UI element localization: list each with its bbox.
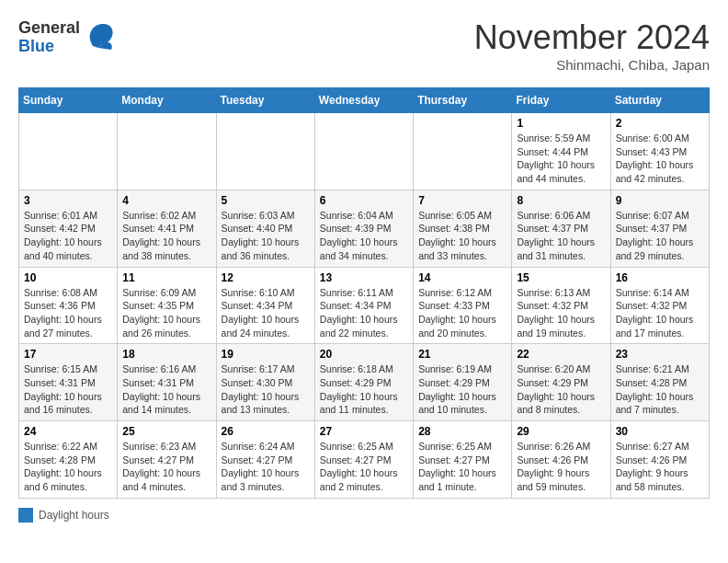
calendar-cell: 26Sunrise: 6:24 AMSunset: 4:27 PMDayligh… xyxy=(216,421,314,499)
day-info: Sunrise: 6:01 AMSunset: 4:42 PMDaylight:… xyxy=(24,209,112,263)
day-number: 27 xyxy=(320,425,408,438)
day-number: 13 xyxy=(320,271,408,284)
page-header: General Blue November 2024 Shinmachi, Ch… xyxy=(18,18,710,73)
day-number: 3 xyxy=(24,194,112,207)
day-number: 1 xyxy=(517,117,605,130)
day-number: 7 xyxy=(418,194,506,207)
day-info: Sunrise: 6:25 AMSunset: 4:27 PMDaylight:… xyxy=(320,440,408,494)
calendar-cell: 28Sunrise: 6:25 AMSunset: 4:27 PMDayligh… xyxy=(414,421,512,499)
day-number: 22 xyxy=(517,348,605,361)
calendar-cell: 14Sunrise: 6:12 AMSunset: 4:33 PMDayligh… xyxy=(414,267,512,344)
day-info: Sunrise: 5:59 AMSunset: 4:44 PMDaylight:… xyxy=(517,132,605,186)
month-title: November 2024 xyxy=(474,18,710,57)
day-info: Sunrise: 6:17 AMSunset: 4:30 PMDaylight:… xyxy=(222,362,310,417)
day-info: Sunrise: 6:11 AMSunset: 4:34 PMDaylight:… xyxy=(320,286,408,340)
day-number: 14 xyxy=(418,271,506,284)
calendar-cell: 23Sunrise: 6:21 AMSunset: 4:28 PMDayligh… xyxy=(610,344,709,421)
footer: Daylight hours xyxy=(18,508,710,523)
calendar-cell: 6Sunrise: 6:04 AMSunset: 4:39 PMDaylight… xyxy=(314,190,413,267)
day-number: 4 xyxy=(122,194,210,207)
col-thursday: Thursday xyxy=(414,88,512,113)
calendar-cell: 4Sunrise: 6:02 AMSunset: 4:41 PMDaylight… xyxy=(118,190,216,267)
day-info: Sunrise: 6:24 AMSunset: 4:27 PMDaylight:… xyxy=(222,440,310,494)
calendar-cell: 15Sunrise: 6:13 AMSunset: 4:32 PMDayligh… xyxy=(512,267,610,344)
calendar-cell: 24Sunrise: 6:22 AMSunset: 4:28 PMDayligh… xyxy=(19,421,118,499)
header-row: Sunday Monday Tuesday Wednesday Thursday… xyxy=(19,88,710,113)
day-info: Sunrise: 6:23 AMSunset: 4:27 PMDaylight:… xyxy=(122,440,210,494)
calendar-cell xyxy=(314,113,413,190)
day-info: Sunrise: 6:12 AMSunset: 4:33 PMDaylight:… xyxy=(418,286,506,340)
logo-general: General xyxy=(18,19,80,38)
calendar-cell: 9Sunrise: 6:07 AMSunset: 4:37 PMDaylight… xyxy=(610,190,709,267)
logo-bird-icon xyxy=(85,18,115,57)
calendar-cell: 3Sunrise: 6:01 AMSunset: 4:42 PMDaylight… xyxy=(19,190,118,267)
week-row-2: 10Sunrise: 6:08 AMSunset: 4:36 PMDayligh… xyxy=(19,267,710,344)
day-info: Sunrise: 6:10 AMSunset: 4:34 PMDaylight:… xyxy=(222,286,310,340)
day-number: 12 xyxy=(222,271,310,284)
calendar-cell: 19Sunrise: 6:17 AMSunset: 4:30 PMDayligh… xyxy=(216,344,314,421)
day-info: Sunrise: 6:07 AMSunset: 4:37 PMDaylight:… xyxy=(616,209,704,263)
calendar-cell: 27Sunrise: 6:25 AMSunset: 4:27 PMDayligh… xyxy=(314,421,413,499)
calendar-cell: 2Sunrise: 6:00 AMSunset: 4:43 PMDaylight… xyxy=(610,113,709,190)
day-number: 8 xyxy=(517,194,605,207)
day-number: 20 xyxy=(320,348,408,361)
day-info: Sunrise: 6:05 AMSunset: 4:38 PMDaylight:… xyxy=(418,209,506,263)
day-info: Sunrise: 6:13 AMSunset: 4:32 PMDaylight:… xyxy=(517,286,605,340)
day-number: 19 xyxy=(222,348,310,361)
calendar-table: Sunday Monday Tuesday Wednesday Thursday… xyxy=(18,87,710,499)
day-number: 10 xyxy=(24,271,112,284)
calendar-cell: 5Sunrise: 6:03 AMSunset: 4:40 PMDaylight… xyxy=(216,190,314,267)
day-number: 18 xyxy=(122,348,210,361)
calendar-cell: 25Sunrise: 6:23 AMSunset: 4:27 PMDayligh… xyxy=(118,421,216,499)
calendar-cell: 12Sunrise: 6:10 AMSunset: 4:34 PMDayligh… xyxy=(216,267,314,344)
week-row-0: 1Sunrise: 5:59 AMSunset: 4:44 PMDaylight… xyxy=(19,113,710,190)
calendar-cell: 18Sunrise: 6:16 AMSunset: 4:31 PMDayligh… xyxy=(118,344,216,421)
calendar-cell: 16Sunrise: 6:14 AMSunset: 4:32 PMDayligh… xyxy=(610,267,709,344)
calendar-cell: 20Sunrise: 6:18 AMSunset: 4:29 PMDayligh… xyxy=(314,344,413,421)
day-number: 16 xyxy=(616,271,704,284)
col-wednesday: Wednesday xyxy=(314,88,413,113)
week-row-3: 17Sunrise: 6:15 AMSunset: 4:31 PMDayligh… xyxy=(19,344,710,421)
calendar-cell: 22Sunrise: 6:20 AMSunset: 4:29 PMDayligh… xyxy=(512,344,610,421)
daylight-swatch xyxy=(18,508,33,523)
day-number: 6 xyxy=(320,194,408,207)
day-info: Sunrise: 6:02 AMSunset: 4:41 PMDaylight:… xyxy=(122,209,210,263)
logo: General Blue xyxy=(18,18,115,57)
day-info: Sunrise: 6:27 AMSunset: 4:26 PMDaylight:… xyxy=(616,440,704,494)
day-info: Sunrise: 6:21 AMSunset: 4:28 PMDaylight:… xyxy=(616,362,704,417)
calendar-cell: 21Sunrise: 6:19 AMSunset: 4:29 PMDayligh… xyxy=(414,344,512,421)
calendar-cell: 29Sunrise: 6:26 AMSunset: 4:26 PMDayligh… xyxy=(512,421,610,499)
day-number: 23 xyxy=(616,348,704,361)
col-sunday: Sunday xyxy=(19,88,118,113)
day-number: 9 xyxy=(616,194,704,207)
day-info: Sunrise: 6:20 AMSunset: 4:29 PMDaylight:… xyxy=(517,362,605,417)
col-saturday: Saturday xyxy=(610,88,709,113)
day-info: Sunrise: 6:26 AMSunset: 4:26 PMDaylight:… xyxy=(517,440,605,494)
calendar-cell xyxy=(19,113,118,190)
day-number: 11 xyxy=(122,271,210,284)
calendar-body: 1Sunrise: 5:59 AMSunset: 4:44 PMDaylight… xyxy=(19,113,710,499)
location: Shinmachi, Chiba, Japan xyxy=(474,57,710,73)
col-monday: Monday xyxy=(118,88,216,113)
week-row-1: 3Sunrise: 6:01 AMSunset: 4:42 PMDaylight… xyxy=(19,190,710,267)
col-tuesday: Tuesday xyxy=(216,88,314,113)
logo-blue: Blue xyxy=(18,38,80,56)
day-number: 25 xyxy=(122,425,210,438)
day-info: Sunrise: 6:25 AMSunset: 4:27 PMDaylight:… xyxy=(418,440,506,494)
day-info: Sunrise: 6:15 AMSunset: 4:31 PMDaylight:… xyxy=(24,362,112,417)
calendar-cell: 7Sunrise: 6:05 AMSunset: 4:38 PMDaylight… xyxy=(414,190,512,267)
day-number: 17 xyxy=(24,348,112,361)
calendar-cell: 8Sunrise: 6:06 AMSunset: 4:37 PMDaylight… xyxy=(512,190,610,267)
calendar-cell: 17Sunrise: 6:15 AMSunset: 4:31 PMDayligh… xyxy=(19,344,118,421)
calendar-cell: 13Sunrise: 6:11 AMSunset: 4:34 PMDayligh… xyxy=(314,267,413,344)
day-number: 5 xyxy=(222,194,310,207)
calendar-cell: 11Sunrise: 6:09 AMSunset: 4:35 PMDayligh… xyxy=(118,267,216,344)
day-number: 30 xyxy=(616,425,704,438)
day-number: 24 xyxy=(24,425,112,438)
calendar-cell xyxy=(216,113,314,190)
day-info: Sunrise: 6:04 AMSunset: 4:39 PMDaylight:… xyxy=(320,209,408,263)
day-info: Sunrise: 6:22 AMSunset: 4:28 PMDaylight:… xyxy=(24,440,112,494)
week-row-4: 24Sunrise: 6:22 AMSunset: 4:28 PMDayligh… xyxy=(19,421,710,499)
day-number: 15 xyxy=(517,271,605,284)
day-number: 21 xyxy=(418,348,506,361)
